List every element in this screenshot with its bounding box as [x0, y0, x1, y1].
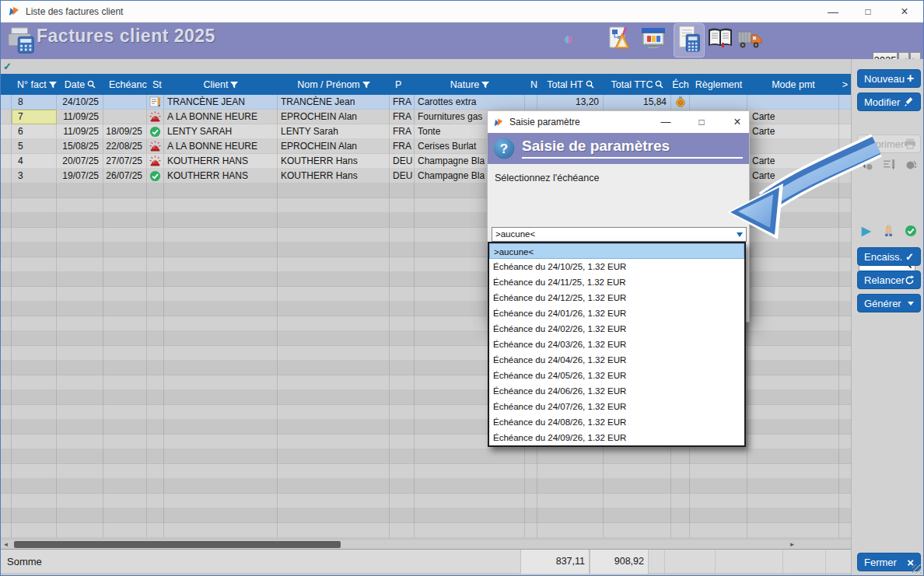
cell-echeance — [103, 464, 147, 479]
dropdown-option[interactable]: Échéance du 24/04/26, 1.32 EUR — [489, 352, 744, 368]
dropdown-option[interactable]: Échéance du 24/03/26, 1.32 EUR — [489, 337, 744, 352]
dropdown-option[interactable]: Échéance du 24/10/25, 1.32 EUR — [489, 259, 744, 274]
cell-echeance: 18/09/25 — [103, 124, 147, 139]
new-button[interactable]: Nouveau + — [857, 69, 921, 88]
table-top-strip — [1, 59, 851, 74]
column-header-chevron[interactable]: > — [839, 74, 851, 95]
summary-bar: Somme 837,11 908,92 — [1, 549, 851, 573]
cell-date — [57, 316, 103, 331]
cell-p — [390, 390, 415, 405]
catalog-book-icon[interactable] — [707, 27, 733, 52]
echeance-combobox[interactable]: >aucune< — [492, 227, 747, 242]
table-row[interactable]: 824/10/25TRANCÈNE JEANTRANCÈNE JeanFRACa… — [1, 95, 851, 110]
dropdown-option[interactable]: Échéance du 24/07/26, 1.32 EUR — [489, 399, 744, 414]
column-header-nature[interactable]: Nature — [415, 74, 525, 95]
resize-grip[interactable] — [912, 564, 922, 574]
cell-n — [525, 464, 537, 479]
dialog-header: ? Saisie de paramètres — [488, 133, 749, 164]
cell-date: 19/07/25 — [57, 169, 103, 183]
collect-button[interactable]: Encaiss. ✓ — [857, 247, 921, 266]
cell-nom — [278, 316, 390, 331]
select-all-check-icon[interactable]: ✓ — [3, 61, 12, 72]
plus-icon: + — [907, 72, 914, 86]
dropdown-option[interactable]: Échéance du 24/02/26, 1.32 EUR — [489, 321, 744, 337]
cell-ech2 — [671, 479, 690, 494]
cell-client — [164, 375, 278, 390]
cell-date — [57, 420, 103, 435]
cell-st — [147, 316, 164, 331]
minimize-button[interactable]: — — [816, 1, 850, 23]
scrollbar-thumb[interactable] — [14, 541, 341, 548]
cell-chevron — [839, 494, 851, 508]
delivery-truck-icon[interactable] — [737, 30, 762, 52]
column-label: Echéance — [109, 79, 147, 90]
cell-client: KOUTHERR HANS — [164, 169, 278, 183]
cell-reglement — [690, 479, 747, 494]
cell-client — [164, 449, 278, 464]
dropdown-option[interactable]: Échéance du 24/09/26, 1.32 EUR — [489, 430, 744, 445]
cell-modepmt — [747, 361, 839, 375]
remind-button[interactable]: Relancer — [857, 271, 921, 289]
cell-sel — [1, 95, 12, 110]
cell-ech2 — [671, 464, 690, 479]
dialog-close-button[interactable]: × — [723, 111, 752, 133]
cell-modepmt — [747, 346, 839, 361]
maximize-button[interactable]: □ — [851, 1, 885, 23]
shop-icon[interactable] — [641, 26, 666, 53]
dropdown-option[interactable]: Échéance du 24/05/26, 1.32 EUR — [489, 368, 744, 383]
column-header-reglement[interactable]: Règlement — [690, 74, 747, 95]
empty-row — [1, 523, 851, 538]
dialog-minimize-button[interactable]: — — [651, 111, 681, 133]
dropdown-option[interactable]: Échéance du 24/12/25, 1.32 EUR — [489, 290, 744, 305]
design-doc-icon[interactable] — [607, 26, 631, 53]
column-header-n[interactable]: N — [525, 74, 537, 95]
column-label: Règlement — [695, 79, 742, 90]
column-label: St — [152, 79, 162, 90]
pray-icon[interactable] — [882, 224, 895, 237]
column-header-modepmt[interactable]: Mode pmt — [747, 74, 839, 95]
notes-grey-icon[interactable] — [883, 159, 896, 170]
column-header-nfact[interactable]: N° fact — [12, 74, 57, 95]
dropdown-option[interactable]: Échéance du 24/11/25, 1.32 EUR — [489, 274, 744, 290]
cell-sel — [1, 169, 12, 183]
column-header-ttc[interactable]: Total TTC — [604, 74, 671, 95]
dialog-maximize-button[interactable]: □ — [687, 111, 716, 133]
generate-button[interactable]: Générer — [857, 294, 921, 312]
column-header-ht[interactable]: Total HT — [537, 74, 604, 95]
cell-date — [57, 405, 103, 420]
column-header-nom[interactable]: Nom / Prénom — [278, 74, 390, 95]
ok-icon[interactable] — [905, 225, 917, 237]
modify-button[interactable]: Modifier — [857, 93, 921, 111]
column-header-date[interactable]: Date — [57, 74, 103, 95]
bell-grey-icon[interactable] — [905, 159, 918, 170]
column-header-p[interactable]: P — [390, 74, 415, 95]
column-label: Mode pmt — [772, 79, 815, 90]
cell-sel — [1, 198, 12, 213]
column-header-sel[interactable] — [1, 74, 12, 95]
cell-sel — [1, 183, 12, 198]
invoice-calc-icon[interactable] — [674, 23, 705, 58]
cell-chevron — [839, 139, 851, 154]
dropdown-option[interactable]: Échéance du 24/01/26, 1.32 EUR — [489, 305, 744, 321]
svg-text:?: ? — [500, 141, 508, 156]
column-header-ech2[interactable]: Éch — [671, 74, 690, 95]
cell-chevron — [839, 154, 851, 169]
close-window-button[interactable]: Fermer × — [857, 553, 921, 571]
sphere-icon[interactable] — [564, 33, 573, 47]
cell-chevron — [839, 375, 851, 390]
filter-grey-icon[interactable] — [859, 159, 873, 170]
column-header-st[interactable]: St — [147, 74, 164, 95]
dropdown-option[interactable]: Échéance du 24/06/26, 1.32 EUR — [489, 383, 744, 399]
cell-ht — [537, 523, 604, 538]
column-header-client[interactable]: Client — [164, 74, 278, 95]
horizontal-scrollbar[interactable]: ◂ ▸ — [1, 539, 851, 549]
dropdown-option[interactable]: >aucune< — [489, 243, 744, 259]
print-button[interactable]: Imprimer — [857, 134, 921, 153]
column-header-echeance[interactable]: Echéance — [103, 74, 147, 95]
dropdown-option[interactable]: Échéance du 24/08/26, 1.32 EUR — [489, 414, 744, 430]
column-label: Total HT — [547, 79, 583, 90]
cell-sel — [1, 464, 12, 479]
play-icon[interactable] — [860, 225, 873, 238]
cell-nfact — [12, 523, 57, 538]
close-button[interactable]: × — [887, 1, 922, 23]
